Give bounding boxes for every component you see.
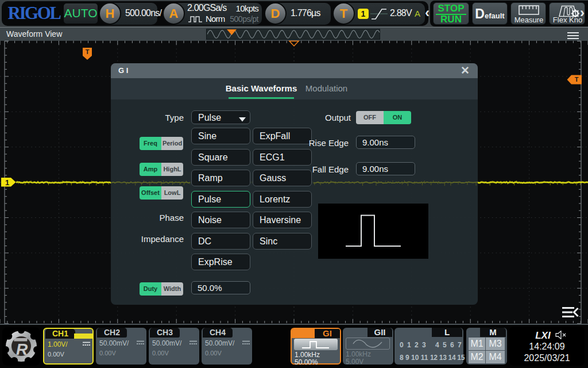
svg-text:R: R [16,340,28,358]
